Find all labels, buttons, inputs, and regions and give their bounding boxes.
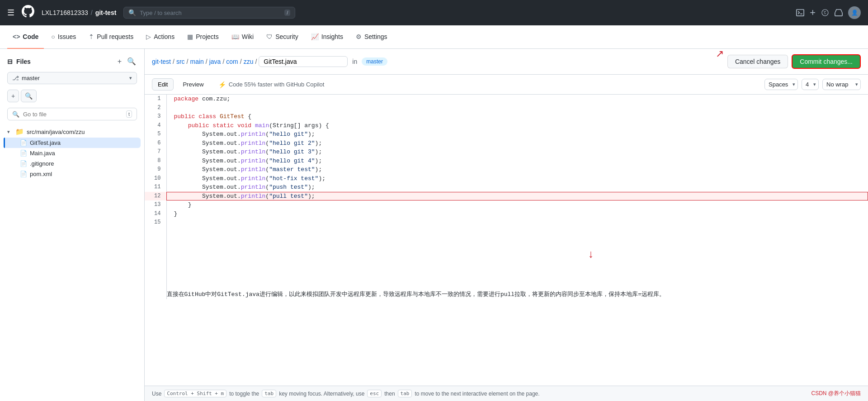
line-num-10: 10 bbox=[145, 174, 166, 183]
nav-security-label: Security bbox=[275, 33, 298, 40]
breadcrumb-sep-6: / bbox=[255, 58, 257, 65]
nav-security[interactable]: 🛡 Security bbox=[261, 25, 304, 49]
breadcrumb-src[interactable]: src bbox=[176, 58, 185, 65]
nav-settings[interactable]: ⚙ Settings bbox=[350, 25, 393, 49]
search-branch-btn[interactable]: 🔍 bbox=[21, 90, 37, 102]
copilot-suggestion-btn[interactable]: ⚡ Code 55% faster with GitHub Copilot bbox=[213, 79, 330, 91]
commit-changes-button[interactable]: Commit changes... bbox=[792, 54, 861, 69]
file-item-main[interactable]: 📄 Main.java bbox=[4, 148, 141, 158]
breadcrumb-java[interactable]: java bbox=[209, 58, 221, 65]
new-item-btn[interactable]: + bbox=[810, 7, 816, 19]
repo-name-link[interactable]: git-test bbox=[95, 9, 117, 16]
breadcrumb-in-label: in bbox=[352, 58, 357, 65]
filename-input[interactable] bbox=[259, 56, 348, 67]
line-code-12[interactable]: System.out.println("pull test"); bbox=[166, 192, 868, 201]
line-code-13[interactable]: } bbox=[166, 200, 868, 210]
issues-icon: ○ bbox=[51, 33, 55, 40]
go-to-file-input-container[interactable]: 🔍 t bbox=[7, 108, 137, 120]
sidebar-header-actions: + 🔍 bbox=[117, 56, 137, 67]
line-code-9[interactable]: System.out.println("master test"); bbox=[166, 165, 868, 174]
code-line-5: 5 System.out.println("hello git"); bbox=[145, 130, 868, 139]
line-code-5[interactable]: System.out.println("hello git"); bbox=[166, 130, 868, 139]
line-code-11[interactable]: System.out.println("push test"); bbox=[166, 183, 868, 192]
breadcrumb-com[interactable]: com bbox=[226, 58, 238, 65]
add-file-btn[interactable]: + bbox=[117, 56, 123, 67]
file-name-pomxml: pom.xml bbox=[30, 171, 52, 177]
file-item-pomxml[interactable]: 📄 pom.xml bbox=[4, 169, 141, 179]
cancel-changes-button[interactable]: Cancel changes bbox=[727, 55, 788, 68]
line-code-4[interactable]: public static void main(String[] args) { bbox=[166, 121, 868, 130]
search-files-btn[interactable]: 🔍 bbox=[126, 56, 137, 67]
nav-insights-label: Insights bbox=[321, 33, 343, 40]
breadcrumb-main[interactable]: main bbox=[190, 58, 203, 65]
nav-pr-label: Pull requests bbox=[97, 33, 133, 40]
breadcrumb-branch-badge: master bbox=[362, 57, 387, 66]
insights-icon: 📈 bbox=[311, 33, 319, 40]
top-navigation: ☰ LXL1716812333 / git-test 🔍 Type / to s… bbox=[0, 0, 868, 25]
search-shortcut: / bbox=[284, 10, 290, 16]
branch-selector[interactable]: ⎇ master ▾ bbox=[7, 72, 137, 84]
edit-tab-btn[interactable]: Edit bbox=[152, 78, 174, 91]
line-code-10[interactable]: System.out.println("hot-fix test"); bbox=[166, 174, 868, 183]
copilot-icon-btn[interactable] bbox=[821, 9, 829, 17]
code-line-2: 2 bbox=[145, 104, 868, 113]
code-line-8: 8 System.out.println("hello git 4"); bbox=[145, 157, 868, 166]
line-code-2[interactable] bbox=[166, 104, 868, 113]
terminal-icon-btn[interactable] bbox=[796, 9, 804, 17]
search-icon: 🔍 bbox=[128, 9, 136, 16]
code-line-14: 14 } bbox=[145, 210, 868, 219]
status-text-1: Use bbox=[152, 391, 161, 397]
folder-chevron-icon: ▾ bbox=[7, 129, 13, 135]
line-num-2: 2 bbox=[145, 104, 166, 113]
nav-code[interactable]: <> Code bbox=[7, 25, 44, 49]
line-code-6[interactable]: System.out.println("hello git 2"); bbox=[166, 139, 868, 148]
nav-insights[interactable]: 📈 Insights bbox=[306, 25, 349, 49]
status-key-1: Control + Shift + m bbox=[164, 390, 226, 397]
code-editor[interactable]: 1 package com.zzu; 2 3 public class GitT… bbox=[145, 95, 868, 386]
avatar[interactable]: 👤 bbox=[848, 6, 861, 19]
nav-actions[interactable]: ▷ Actions bbox=[141, 25, 180, 49]
breadcrumb-actions: ↗ Cancel changes Commit changes... bbox=[724, 54, 861, 69]
search-small-icon: 🔍 bbox=[12, 111, 19, 118]
nav-pullrequests[interactable]: ⇡ Pull requests bbox=[83, 25, 139, 49]
line-num-13: 13 bbox=[145, 200, 166, 210]
go-to-file-input[interactable] bbox=[23, 111, 123, 118]
wrap-select[interactable]: No wrap Soft wrap bbox=[822, 79, 861, 90]
nav-wiki[interactable]: 📖 Wiki bbox=[226, 25, 259, 49]
username-link[interactable]: LXL1716812333 bbox=[42, 9, 88, 16]
tabsize-select[interactable]: 2 4 8 bbox=[802, 79, 819, 90]
projects-icon: ▦ bbox=[187, 33, 193, 40]
line-num-14: 14 bbox=[145, 210, 166, 219]
status-key-2: tab bbox=[262, 390, 276, 397]
tabsize-select-wrapper[interactable]: 2 4 8 bbox=[802, 79, 819, 90]
search-bar[interactable]: 🔍 Type / to search / bbox=[123, 7, 295, 19]
line-code-8[interactable]: System.out.println("hello git 4"); bbox=[166, 157, 868, 166]
file-item-gitignore[interactable]: 📄 .gitignore bbox=[4, 158, 141, 169]
github-logo[interactable] bbox=[22, 5, 34, 21]
code-line-4: 4 public static void main(String[] args)… bbox=[145, 121, 868, 130]
spaces-select[interactable]: Spaces Tabs bbox=[764, 79, 798, 90]
file-item-gitTest[interactable]: 📄 GitTest.java bbox=[4, 138, 141, 148]
annotation-row: 直接在GitHub中对GitTest.java进行编辑，以此来模拟团队开发中远程… bbox=[145, 290, 868, 299]
preview-tab-btn[interactable]: Preview bbox=[177, 79, 209, 90]
line-code-1[interactable]: package com.zzu; bbox=[166, 95, 868, 104]
copilot-small-icon: ⚡ bbox=[218, 81, 226, 88]
add-branch-btn[interactable]: + bbox=[7, 90, 19, 102]
branch-icon: ⎇ bbox=[12, 75, 19, 81]
code-line-9: 9 System.out.println("master test"); bbox=[145, 165, 868, 174]
status-text-5: to move to the next interactive element … bbox=[415, 391, 539, 397]
line-code-3[interactable]: public class GitTest { bbox=[166, 112, 868, 121]
wrap-select-wrapper[interactable]: No wrap Soft wrap bbox=[822, 79, 861, 90]
file-name-gitignore: .gitignore bbox=[30, 160, 54, 167]
spaces-select-wrapper[interactable]: Spaces Tabs bbox=[764, 79, 798, 90]
folder-item-src[interactable]: ▾ 📁 src/main/java/com/zzu bbox=[4, 126, 141, 138]
nav-issues[interactable]: ○ Issues bbox=[46, 25, 81, 49]
breadcrumb-repo[interactable]: git-test bbox=[152, 58, 171, 65]
nav-projects[interactable]: ▦ Projects bbox=[182, 25, 224, 49]
hamburger-icon[interactable]: ☰ bbox=[7, 8, 14, 18]
breadcrumb-zzu[interactable]: zzu bbox=[244, 58, 254, 65]
inbox-icon-btn[interactable] bbox=[835, 9, 843, 17]
status-key-4: tab bbox=[398, 390, 412, 397]
line-code-14[interactable]: } bbox=[166, 210, 868, 219]
line-code-7[interactable]: System.out.println("hello git 3"); bbox=[166, 148, 868, 157]
